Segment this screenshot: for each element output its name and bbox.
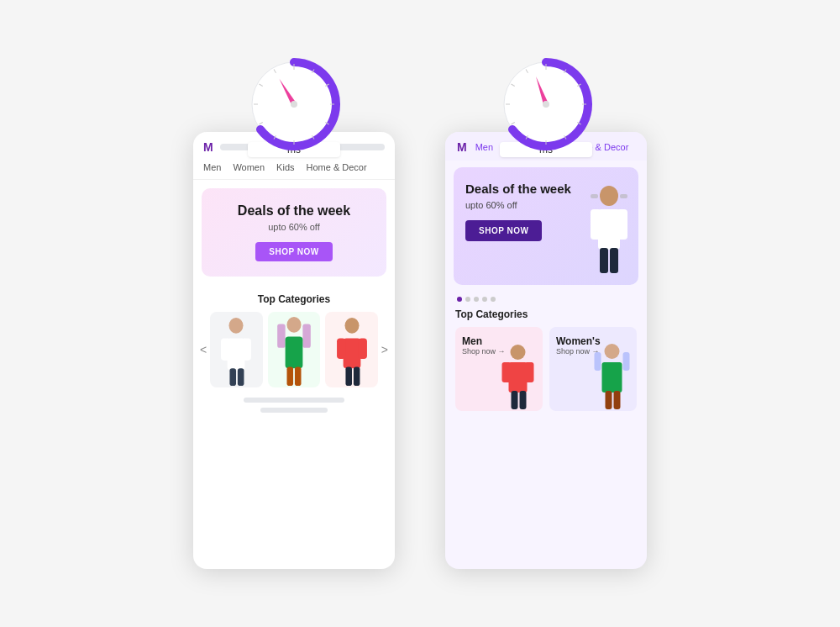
category-women-card[interactable]: Women's Shop now → — [549, 327, 637, 411]
svg-rect-32 — [345, 366, 352, 386]
carousel-item-woman — [268, 312, 321, 387]
carousel-left-arrow[interactable]: < — [200, 343, 207, 356]
svg-point-15 — [291, 101, 297, 108]
dot-5 — [491, 297, 496, 302]
svg-rect-63 — [519, 391, 526, 409]
svg-point-28 — [344, 318, 359, 334]
gauge-left: ms — [248, 58, 340, 157]
svg-rect-65 — [594, 352, 601, 371]
left-phone: M Men Women Kids Home & Decor Deals of t… — [193, 132, 395, 569]
left-section: ms M Men Women Kids Home & Decor Deals o… — [193, 58, 395, 569]
carousel-dots — [445, 292, 647, 305]
right-logo: M — [457, 140, 467, 154]
carousel-right-arrow[interactable]: > — [381, 343, 388, 356]
left-hero-subtitle: upto 60% off — [215, 222, 373, 232]
svg-point-22 — [287, 317, 302, 333]
svg-point-16 — [229, 318, 244, 334]
svg-point-58 — [510, 345, 525, 360]
svg-rect-56 — [600, 248, 608, 273]
svg-rect-69 — [613, 391, 620, 409]
svg-rect-20 — [230, 368, 237, 386]
right-phone: M Men Women Kids Home & Decor Deals of t… — [445, 132, 647, 569]
svg-rect-30 — [337, 338, 345, 359]
dot-1 — [457, 297, 462, 302]
svg-rect-57 — [610, 248, 618, 273]
nav-kids-left[interactable]: Kids — [276, 162, 294, 172]
right-top-categories: Top Categories Men Shop now → — [445, 305, 647, 416]
dot-4 — [482, 297, 487, 302]
svg-rect-29 — [343, 338, 360, 368]
svg-point-49 — [543, 101, 549, 108]
left-hero-title: Deals of the week — [215, 203, 373, 219]
bottom-bar-1 — [244, 398, 344, 403]
left-hero-banner: Deals of the week upto 60% off SHOP NOW — [202, 188, 386, 277]
left-nav-bar: Men Women Kids Home & Decor — [193, 159, 395, 180]
svg-rect-60 — [501, 362, 511, 382]
svg-rect-66 — [622, 352, 629, 371]
left-shop-now-button[interactable]: SHOP NOW — [255, 242, 332, 261]
left-carousel: < — [193, 312, 395, 387]
svg-rect-61 — [524, 362, 533, 382]
svg-rect-55 — [617, 209, 627, 240]
svg-rect-62 — [511, 391, 517, 409]
dot-2 — [465, 297, 470, 302]
svg-rect-26 — [287, 366, 294, 386]
svg-rect-23 — [277, 324, 285, 347]
svg-rect-54 — [591, 209, 601, 240]
svg-rect-31 — [358, 338, 366, 359]
dot-3 — [474, 297, 479, 302]
right-top-categories-label: Top Categories — [455, 308, 637, 320]
category-men-card[interactable]: Men Shop now → — [455, 327, 543, 411]
categories-grid: Men Shop now → Women's — [455, 327, 637, 411]
carousel-item-man — [210, 312, 263, 387]
svg-rect-67 — [601, 362, 622, 393]
svg-rect-21 — [238, 368, 244, 386]
svg-point-64 — [604, 344, 619, 359]
nav-home-decor-left[interactable]: Home & Decor — [307, 162, 367, 172]
left-phone-bottom — [193, 387, 395, 423]
svg-rect-68 — [605, 391, 612, 409]
nav-men-right[interactable]: Men — [475, 142, 493, 152]
svg-rect-52 — [620, 194, 627, 198]
svg-rect-24 — [302, 324, 310, 347]
svg-rect-27 — [295, 366, 302, 386]
svg-rect-59 — [508, 362, 527, 393]
carousel-items — [210, 312, 378, 387]
category-men-figure — [492, 344, 543, 411]
nav-women-left[interactable]: Women — [233, 162, 265, 172]
carousel-item-man2 — [325, 312, 378, 387]
right-section: ms M Men Women Kids Home & Decor Deals o… — [445, 58, 647, 569]
right-hero-banner: Deals of the week upto 60% off SHOP NOW — [454, 167, 638, 285]
left-top-categories-label: Top Categories — [193, 285, 395, 312]
right-shop-now-button[interactable]: SHOP NOW — [465, 220, 542, 241]
svg-rect-18 — [222, 338, 231, 360]
bottom-bar-2 — [260, 408, 328, 413]
svg-rect-51 — [591, 194, 598, 198]
right-hero-person — [580, 176, 638, 285]
category-women-figure — [586, 344, 637, 411]
svg-point-50 — [600, 186, 618, 206]
svg-rect-19 — [242, 338, 251, 360]
nav-men-left[interactable]: Men — [203, 162, 221, 172]
svg-rect-25 — [286, 337, 303, 369]
left-logo: M — [203, 140, 213, 154]
gauge-right: ms — [500, 58, 592, 157]
svg-rect-33 — [353, 366, 360, 386]
